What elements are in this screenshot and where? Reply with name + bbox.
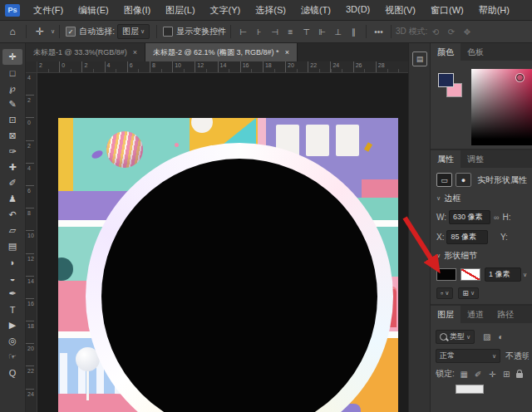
tool-rectangular-marquee[interactable]: □ <box>2 65 22 81</box>
tool-path-selection[interactable]: ▶ <box>2 317 22 333</box>
stroke-width-field[interactable]: 1 像素 <box>485 267 521 282</box>
stroke-align-dropdown[interactable]: ⊞ ∨ <box>458 287 479 299</box>
shape-stroke-swatch[interactable] <box>461 268 480 281</box>
close-icon[interactable]: × <box>133 48 137 56</box>
tool-brush[interactable]: ✐ <box>2 175 22 191</box>
menu-edit[interactable]: 编辑(E) <box>71 4 116 17</box>
layers-panel: 图层 通道 路径 类型 ∨ ▨ ◐ <box>431 306 532 412</box>
horizontal-ruler[interactable]: 20246810121416182022242628 <box>37 61 408 73</box>
lock-all-icon[interactable] <box>516 373 523 378</box>
align-left-icon[interactable]: ⊢ <box>237 27 249 37</box>
layer-thumbnail[interactable] <box>456 385 484 394</box>
tool-move[interactable]: ✛ <box>2 49 22 65</box>
tab-swatches[interactable]: 色板 <box>461 43 490 61</box>
close-icon[interactable]: × <box>285 48 289 56</box>
tool-eyedropper[interactable]: ✑ <box>2 144 22 159</box>
auto-select-checkbox[interactable]: ✓ <box>66 27 76 37</box>
stroke-type-dropdown[interactable]: ▫ ∨ <box>436 287 453 299</box>
shape-fill-swatch[interactable] <box>436 268 456 281</box>
menu-layer[interactable]: 图层(L) <box>158 4 202 17</box>
tool-hand[interactable]: ☞ <box>2 349 22 365</box>
blend-mode-dropdown[interactable]: 正常 ∨ <box>436 349 500 363</box>
menu-file[interactable]: 文件(F) <box>26 4 71 17</box>
tool-gradient[interactable]: ▤ <box>2 238 22 254</box>
tool-zoom[interactable]: Q <box>2 365 22 380</box>
distribute-h-icon[interactable]: ≡ <box>284 27 297 37</box>
canvas-artwork[interactable] <box>58 118 398 412</box>
align-bottom-icon[interactable]: ⊥ <box>332 27 344 37</box>
tool-clone-stamp[interactable]: ♟ <box>2 191 22 207</box>
vertical-ruler[interactable]: 42024681012141618202224 <box>26 72 37 412</box>
shape-ellipse-mode-icon[interactable]: ● <box>456 173 471 187</box>
lock-position-icon[interactable]: ✛ <box>486 370 499 379</box>
menu-window[interactable]: 窗口(W) <box>423 4 471 17</box>
opacity-label: 不透明度: <box>505 351 529 362</box>
distribute-v-icon[interactable]: ∥ <box>347 27 360 37</box>
chevron-down-icon[interactable]: ∨ <box>436 253 441 259</box>
align-right-icon[interactable]: ⊣ <box>268 27 281 37</box>
document-tab-1[interactable]: 未标题-1 @ 33.3%(RGB/8#) × <box>26 43 145 61</box>
width-field[interactable]: 630 像素 <box>449 210 490 224</box>
filter-pixel-layers-icon[interactable]: ▨ <box>480 332 493 341</box>
link-dimensions-icon[interactable]: ∞ <box>494 213 499 222</box>
layer-filter-dropdown[interactable]: 类型 ∨ <box>436 330 475 344</box>
align-center-h-icon[interactable]: ⊦ <box>253 27 265 37</box>
show-transform-checkbox[interactable] <box>163 27 173 37</box>
document-tab-2[interactable]: 未标题-2 @ 62.1% (椭圆 3, RGB/8#) * × <box>145 43 298 61</box>
menu-image[interactable]: 图像(I) <box>116 4 158 17</box>
tool-history-brush[interactable]: ↶ <box>2 207 22 223</box>
tool-lasso[interactable]: ℘ <box>2 81 22 96</box>
3d-orbit-icon: ⟲ <box>429 27 441 37</box>
tool-dodge[interactable]: ◒ <box>2 270 22 286</box>
lock-transparent-pixels-icon[interactable]: ▦ <box>458 370 470 379</box>
chevron-down-icon[interactable]: ∨ <box>436 195 441 202</box>
ruler-number: 8 <box>150 61 172 72</box>
tool-blur[interactable]: ◗ <box>2 254 22 270</box>
ruler-corner <box>26 61 37 73</box>
color-picker-marker[interactable] <box>516 74 524 81</box>
align-top-icon[interactable]: ⊤ <box>300 27 313 37</box>
art-striped-sphere <box>106 131 143 168</box>
move-tool-icon[interactable]: ✛ <box>31 23 49 40</box>
3d-mode-label: 3D 模式: <box>396 26 427 37</box>
ruler-number: 16 <box>26 298 34 321</box>
shape-rect-mode-icon[interactable]: ▭ <box>436 173 452 187</box>
tab-layers[interactable]: 图层 <box>431 306 461 323</box>
ruler-number: 8 <box>26 208 34 230</box>
filter-adjustment-layers-icon[interactable]: ◐ <box>495 332 507 341</box>
tool-pen[interactable]: ✒ <box>2 286 22 302</box>
chevron-down-icon[interactable]: ∨ <box>51 28 55 35</box>
tab-paths[interactable]: 路径 <box>490 306 520 323</box>
tool-crop[interactable]: ⊡ <box>2 112 22 128</box>
menu-type[interactable]: 文字(Y) <box>203 4 249 17</box>
tool-eraser[interactable]: ▱ <box>2 223 22 238</box>
color-gradient-field[interactable] <box>471 69 532 145</box>
chevron-down-icon[interactable]: ∨ <box>523 272 527 278</box>
lock-image-pixels-icon[interactable]: ✐ <box>472 370 485 379</box>
tool-healing-brush[interactable]: ✚ <box>2 159 22 175</box>
align-middle-icon[interactable]: ⊩ <box>316 27 328 37</box>
menu-filter[interactable]: 滤镜(T) <box>293 4 338 17</box>
menu-3d[interactable]: 3D(D) <box>338 4 377 17</box>
menu-select[interactable]: 选择(S) <box>248 4 293 17</box>
tab-channels[interactable]: 通道 <box>461 306 490 323</box>
tool-object-selection[interactable]: ✎ <box>2 96 22 112</box>
history-panel-icon[interactable]: ▤ <box>412 52 427 66</box>
tab-color[interactable]: 颜色 <box>431 43 461 61</box>
auto-select-target-dropdown[interactable]: 图层 ∨ <box>117 24 150 39</box>
home-icon[interactable]: ⌂ <box>3 23 22 40</box>
tool-frame[interactable]: ⊠ <box>2 128 22 144</box>
tab-adjustments[interactable]: 调整 <box>461 150 490 168</box>
menu-view[interactable]: 视图(V) <box>377 4 423 17</box>
tool-ellipse[interactable]: ◎ <box>2 333 22 349</box>
x-field[interactable]: 85 像素 <box>446 230 488 244</box>
foreground-color-swatch[interactable] <box>438 73 454 87</box>
tool-type[interactable]: T <box>2 302 22 317</box>
tab-properties[interactable]: 属性 <box>431 150 461 168</box>
menu-help[interactable]: 帮助(H) <box>471 4 517 17</box>
art-white-frame <box>306 125 329 156</box>
art-white-frame <box>336 125 359 156</box>
canvas-area[interactable]: 20246810121416182022242628 4202468101214… <box>26 61 408 412</box>
more-options-icon[interactable]: ••• <box>372 27 385 37</box>
lock-artboard-icon[interactable]: ⊞ <box>500 370 513 379</box>
